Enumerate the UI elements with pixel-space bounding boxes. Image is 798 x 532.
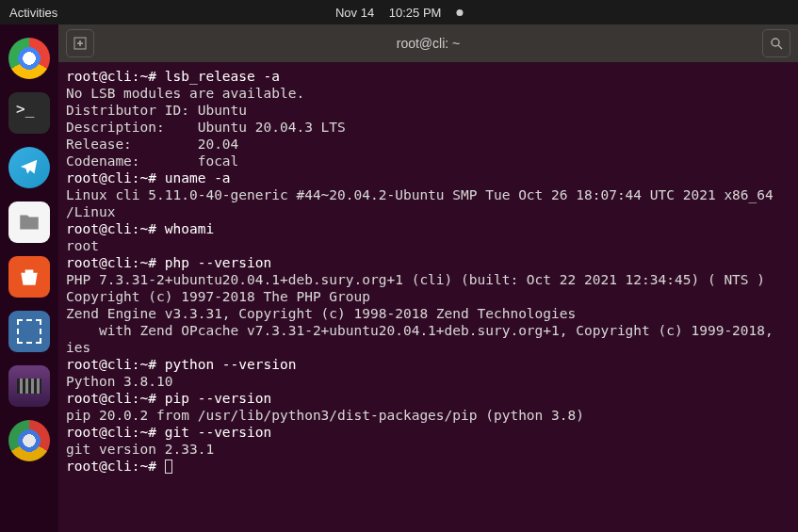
cursor-icon [165,459,172,474]
dock [0,24,58,532]
activities-button[interactable]: Activities [9,6,57,20]
terminal-body[interactable]: root@cli:~# lsb_release -a No LSB module… [58,62,798,532]
new-tab-button[interactable] [66,29,94,57]
terminal-icon[interactable] [8,92,50,134]
svg-point-1 [772,39,779,46]
screenshot-icon[interactable] [8,311,50,352]
chrome-icon-2[interactable] [8,420,50,461]
date-label: Nov 14 [335,6,374,20]
chrome-icon[interactable] [8,38,50,79]
clock[interactable]: Nov 14 10:25 PM [335,6,463,20]
files-icon[interactable] [8,202,50,243]
notification-dot-icon [456,9,463,16]
window-title: root@cli: ~ [102,36,755,51]
time-label: 10:25 PM [389,6,442,20]
software-center-icon[interactable] [8,256,50,298]
telegram-icon[interactable] [8,147,50,188]
video-player-icon[interactable] [8,365,50,407]
terminal-window: root@cli: ~ root@cli:~# lsb_release -a N… [58,24,798,532]
top-bar: Activities Nov 14 10:25 PM [0,0,798,24]
terminal-titlebar: root@cli: ~ [58,24,798,62]
search-button[interactable] [762,29,790,57]
